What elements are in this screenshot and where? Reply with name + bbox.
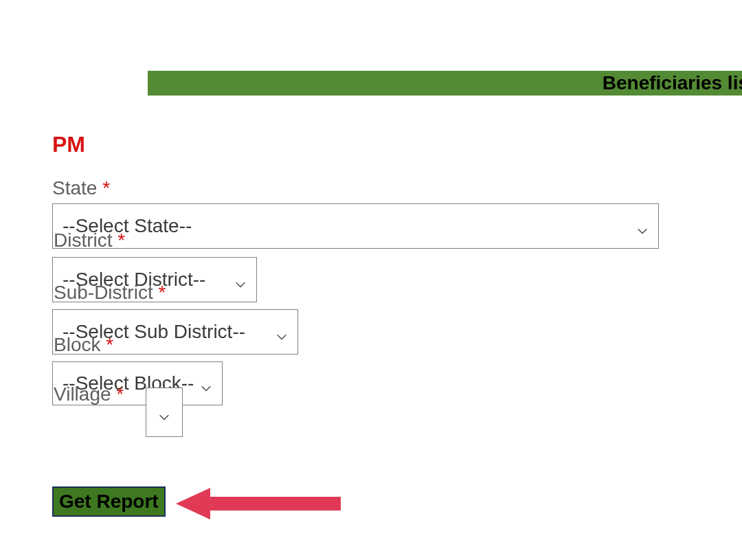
required-mark: *	[117, 229, 125, 251]
label-block-text: Block	[54, 334, 100, 355]
chevron-down-icon	[234, 273, 247, 286]
page-title: Beneficiaries lis	[603, 72, 742, 94]
chevron-down-icon	[636, 220, 649, 232]
label-village-text: Village	[54, 383, 111, 405]
label-state: State *	[52, 177, 110, 199]
svg-marker-0	[176, 488, 341, 519]
required-mark: *	[106, 334, 113, 355]
label-district-text: District	[54, 229, 113, 251]
label-sub-district: Sub-District *	[54, 282, 166, 304]
label-district: District *	[54, 229, 125, 251]
label-sub-district-text: Sub-District	[54, 282, 153, 303]
pm-heading: PM	[52, 132, 85, 157]
required-mark: *	[158, 282, 166, 303]
required-mark: *	[116, 383, 124, 405]
chevron-down-icon	[276, 326, 288, 338]
label-state-text: State	[52, 177, 97, 199]
chevron-down-icon	[158, 406, 170, 418]
header-bar: Beneficiaries lis	[148, 71, 742, 96]
label-village: Village *	[54, 383, 124, 405]
select-village[interactable]	[146, 388, 183, 437]
label-block: Block *	[54, 334, 113, 356]
select-state[interactable]: --Select State--	[52, 203, 659, 249]
arrow-annotation	[176, 488, 341, 519]
required-mark: *	[102, 177, 110, 199]
chevron-down-icon	[200, 377, 212, 390]
get-report-button[interactable]: Get Report	[52, 486, 166, 517]
